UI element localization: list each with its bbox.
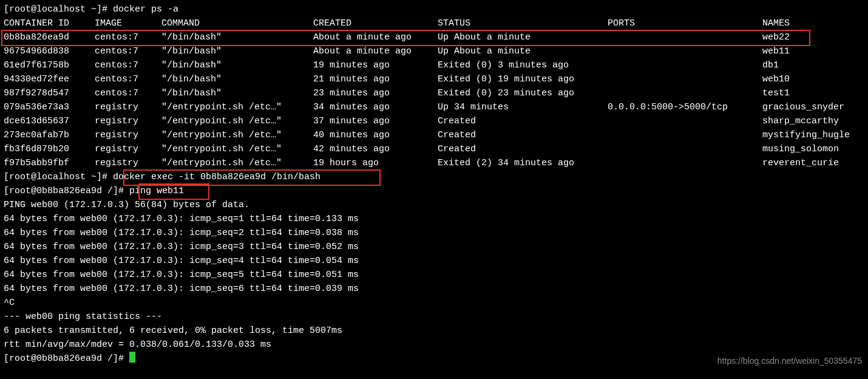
th-image: IMAGE: [95, 16, 161, 30]
terminal-line: [root@localhost ~]# docker ps -a: [4, 2, 864, 16]
cell-names: musing_solomon: [762, 142, 839, 156]
shell-prompt: [root@localhost ~]#: [4, 172, 113, 182]
cell-created: 21 minutes ago: [313, 72, 438, 86]
cell-created: About a minute ago: [313, 44, 438, 58]
cell-names: gracious_snyder: [762, 100, 844, 114]
cell-status: Created: [438, 128, 608, 142]
table-row: dce613d65637registry"/entrypoint.sh /etc…: [4, 114, 864, 128]
cell-created: 34 minutes ago: [313, 100, 438, 114]
table-row: 273ec0afab7bregistry"/entrypoint.sh /etc…: [4, 128, 864, 142]
cell-status: Exited (0) 19 minutes ago: [438, 72, 608, 86]
cell-image: centos:7: [95, 58, 161, 72]
cell-names: web11: [762, 44, 790, 58]
cell-command: "/bin/bash": [161, 58, 313, 72]
cell-created: 19 hours ago: [313, 156, 438, 170]
cell-command: "/entrypoint.sh /etc…": [161, 142, 313, 156]
cell-image: centos:7: [95, 44, 161, 58]
cell-id: f97b5abb9fbf: [4, 156, 95, 170]
cell-id: 273ec0afab7b: [4, 128, 95, 142]
cell-id: 079a536e73a3: [4, 100, 95, 114]
shell-prompt: [root@0b8ba826ea9d /]#: [4, 186, 129, 196]
cell-created: 37 minutes ago: [313, 114, 438, 128]
cell-command: "/entrypoint.sh /etc…": [161, 114, 313, 128]
shell-prompt: [root@0b8ba826ea9d /]#: [4, 353, 129, 364]
terminal-line: [root@localhost ~]# docker exec -it 0b8b…: [4, 170, 864, 184]
cell-id: 61ed7f61758b: [4, 58, 95, 72]
table-row: 987f9278d547centos:7"/bin/bash"23 minute…: [4, 86, 864, 100]
ping-stats-header: --- web00 ping statistics ---: [4, 310, 864, 324]
cell-names: reverent_curie: [762, 156, 839, 170]
cell-status: Created: [438, 142, 608, 156]
ping-header: PING web00 (172.17.0.3) 56(84) bytes of …: [4, 198, 864, 212]
ping-reply-line: 64 bytes from web00 (172.17.0.3): icmp_s…: [4, 268, 864, 282]
ping-stats-line: 6 packets transmitted, 6 received, 0% pa…: [4, 324, 864, 338]
terminal-line: [root@0b8ba826ea9d /]# ping web11: [4, 184, 864, 198]
ping-stats-line: rtt min/avg/max/mdev = 0.038/0.061/0.133…: [4, 338, 864, 352]
ping-reply-line: 64 bytes from web00 (172.17.0.3): icmp_s…: [4, 226, 864, 240]
cell-status: Created: [438, 114, 608, 128]
cell-command: "/bin/bash": [161, 44, 313, 58]
cell-command: "/bin/bash": [161, 72, 313, 86]
cell-image: registry: [95, 128, 161, 142]
cell-names: db1: [762, 58, 779, 72]
sigint: ^C: [4, 296, 864, 310]
th-command: COMMAND: [161, 16, 313, 30]
ping-reply-line: 64 bytes from web00 (172.17.0.3): icmp_s…: [4, 212, 864, 226]
cell-created: About a minute ago: [313, 30, 438, 44]
cell-image: centos:7: [95, 86, 161, 100]
cell-image: registry: [95, 100, 161, 114]
cell-id: 94330ed72fee: [4, 72, 95, 86]
table-row: 61ed7f61758bcentos:7"/bin/bash"19 minute…: [4, 58, 864, 72]
table-row: 96754966d838centos:7"/bin/bash"About a m…: [4, 44, 864, 58]
cell-image: registry: [95, 156, 161, 170]
table-row: f97b5abb9fbfregistry"/entrypoint.sh /etc…: [4, 156, 864, 170]
cell-status: Exited (0) 23 minutes ago: [438, 86, 608, 100]
cell-image: centos:7: [95, 72, 161, 86]
cell-id: 0b8ba826ea9d: [4, 30, 95, 44]
cell-names: test1: [762, 86, 790, 100]
cell-names: web10: [762, 72, 790, 86]
th-names: NAMES: [762, 16, 790, 30]
cell-id: dce613d65637: [4, 114, 95, 128]
cell-image: registry: [95, 142, 161, 156]
table-row: 0b8ba826ea9dcentos:7"/bin/bash"About a m…: [4, 30, 864, 44]
cell-image: registry: [95, 114, 161, 128]
ping-reply-line: 64 bytes from web00 (172.17.0.3): icmp_s…: [4, 282, 864, 296]
cell-names: web22: [762, 30, 790, 44]
cell-command: "/bin/bash": [161, 30, 313, 44]
command-docker-exec: docker exec -it 0b8ba826ea9d /bin/bash: [113, 172, 320, 182]
cell-command: "/entrypoint.sh /etc…": [161, 100, 313, 114]
th-created: CREATED: [313, 16, 438, 30]
th-ports: PORTS: [608, 16, 762, 30]
cell-created: 23 minutes ago: [313, 86, 438, 100]
cell-status: Up About a minute: [438, 30, 608, 44]
cell-status: Up 34 minutes: [438, 100, 608, 114]
cell-status: Exited (2) 34 minutes ago: [438, 156, 608, 170]
cell-names: mystifying_hugle: [762, 128, 850, 142]
cell-created: 42 minutes ago: [313, 142, 438, 156]
cell-command: "/entrypoint.sh /etc…": [161, 156, 313, 170]
cell-id: 96754966d838: [4, 44, 95, 58]
command-docker-ps: docker ps -a: [113, 4, 178, 15]
cell-names: sharp_mccarthy: [762, 114, 839, 128]
cell-status: Up About a minute: [438, 44, 608, 58]
command-ping: ping web11: [129, 186, 184, 196]
cell-command: "/entrypoint.sh /etc…": [161, 128, 313, 142]
th-status: STATUS: [438, 16, 608, 30]
table-header: CONTAINER IDIMAGECOMMANDCREATEDSTATUSPOR…: [4, 16, 864, 30]
cell-image: centos:7: [95, 30, 161, 44]
cell-status: Exited (0) 3 minutes ago: [438, 58, 608, 72]
ping-reply-line: 64 bytes from web00 (172.17.0.3): icmp_s…: [4, 254, 864, 268]
ping-reply-line: 64 bytes from web00 (172.17.0.3): icmp_s…: [4, 240, 864, 254]
cell-command: "/bin/bash": [161, 86, 313, 100]
watermark-text: https://blog.csdn.net/weixin_50355475: [717, 354, 862, 368]
table-row: 94330ed72feecentos:7"/bin/bash"21 minute…: [4, 72, 864, 86]
table-row: fb3f6d879b20registry"/entrypoint.sh /etc…: [4, 142, 864, 156]
shell-prompt: [root@localhost ~]#: [4, 4, 113, 15]
cell-id: 987f9278d547: [4, 86, 95, 100]
table-row: 079a536e73a3registry"/entrypoint.sh /etc…: [4, 100, 864, 114]
cell-created: 19 minutes ago: [313, 58, 438, 72]
cell-ports: 0.0.0.0:5000->5000/tcp: [608, 100, 762, 114]
cursor-icon: [129, 352, 135, 363]
th-container-id: CONTAINER ID: [4, 16, 95, 30]
